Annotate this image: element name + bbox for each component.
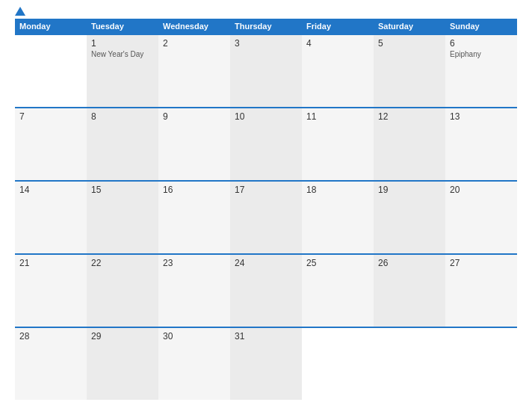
week-row-1: 1New Year's Day23456Epiphany bbox=[15, 34, 517, 107]
logo-blue-text bbox=[15, 7, 27, 16]
day-number: 12 bbox=[378, 111, 441, 122]
cal-cell-w4-d3: 23 bbox=[158, 255, 230, 327]
day-number: 1 bbox=[91, 38, 154, 49]
cal-cell-w5-d5 bbox=[302, 328, 374, 400]
calendar-header-row: MondayTuesdayWednesdayThursdayFridaySatu… bbox=[15, 19, 517, 34]
cal-cell-w4-d4: 24 bbox=[230, 255, 302, 327]
header-day-saturday: Saturday bbox=[374, 19, 445, 34]
day-number: 5 bbox=[378, 38, 441, 49]
logo-triangle-icon bbox=[15, 7, 25, 16]
cal-cell-w4-d7: 27 bbox=[445, 255, 517, 327]
week-row-4: 21222324252627 bbox=[15, 253, 517, 327]
day-number: 26 bbox=[378, 258, 441, 268]
cal-cell-w5-d1: 28 bbox=[15, 328, 87, 400]
day-number: 28 bbox=[19, 331, 82, 342]
day-number: 25 bbox=[306, 258, 369, 268]
cal-cell-w1-d1 bbox=[15, 35, 87, 107]
day-number: 9 bbox=[163, 111, 226, 122]
day-number: 19 bbox=[378, 185, 441, 195]
cal-cell-w2-d1: 7 bbox=[15, 108, 87, 180]
cal-cell-w2-d6: 12 bbox=[374, 108, 445, 180]
day-number: 2 bbox=[163, 38, 226, 49]
cal-cell-w4-d5: 25 bbox=[302, 255, 374, 327]
cal-cell-w2-d4: 10 bbox=[230, 108, 302, 180]
day-number: 15 bbox=[91, 185, 154, 195]
day-number: 17 bbox=[235, 185, 297, 195]
day-number: 6 bbox=[450, 38, 513, 49]
logo bbox=[15, 7, 27, 16]
day-number: 3 bbox=[235, 38, 297, 49]
cal-cell-w1-d2: 1New Year's Day bbox=[87, 35, 158, 107]
day-number: 31 bbox=[235, 331, 297, 342]
holiday-label: Epiphany bbox=[450, 50, 513, 58]
calendar-body: 1New Year's Day23456Epiphany789101112131… bbox=[15, 34, 517, 400]
cal-cell-w3-d4: 17 bbox=[230, 182, 302, 253]
day-number: 24 bbox=[235, 258, 297, 268]
day-number: 8 bbox=[91, 111, 154, 122]
header-day-friday: Friday bbox=[302, 19, 374, 34]
cal-cell-w4-d2: 22 bbox=[87, 255, 158, 327]
day-number: 29 bbox=[91, 331, 154, 342]
day-number: 22 bbox=[91, 258, 154, 268]
cal-cell-w2-d7: 13 bbox=[445, 108, 517, 180]
header-day-wednesday: Wednesday bbox=[158, 19, 230, 34]
cal-cell-w5-d3: 30 bbox=[158, 328, 230, 400]
holiday-label: New Year's Day bbox=[91, 50, 154, 58]
cal-cell-w2-d2: 8 bbox=[87, 108, 158, 180]
cal-cell-w1-d4: 3 bbox=[230, 35, 302, 107]
cal-cell-w4-d6: 26 bbox=[374, 255, 445, 327]
cal-cell-w1-d7: 6Epiphany bbox=[445, 35, 517, 107]
day-number: 4 bbox=[306, 38, 369, 49]
day-number: 20 bbox=[450, 185, 513, 195]
cal-cell-w4-d1: 21 bbox=[15, 255, 87, 327]
cal-cell-w3-d6: 19 bbox=[374, 182, 445, 253]
week-row-5: 28293031 bbox=[15, 327, 517, 400]
header-day-sunday: Sunday bbox=[445, 19, 517, 34]
cal-cell-w3-d3: 16 bbox=[158, 182, 230, 253]
week-row-3: 14151617181920 bbox=[15, 180, 517, 253]
header-day-thursday: Thursday bbox=[230, 19, 302, 34]
day-number: 11 bbox=[306, 111, 369, 122]
day-number: 16 bbox=[163, 185, 226, 195]
cal-cell-w2-d3: 9 bbox=[158, 108, 230, 180]
cal-cell-w3-d2: 15 bbox=[87, 182, 158, 253]
header-day-tuesday: Tuesday bbox=[87, 19, 158, 34]
cal-cell-w1-d3: 2 bbox=[158, 35, 230, 107]
day-number: 23 bbox=[163, 258, 226, 268]
day-number: 10 bbox=[235, 111, 297, 122]
day-number: 18 bbox=[306, 185, 369, 195]
cal-cell-w5-d6 bbox=[374, 328, 445, 400]
cal-cell-w3-d1: 14 bbox=[15, 182, 87, 253]
header-day-monday: Monday bbox=[15, 19, 87, 34]
cal-cell-w3-d5: 18 bbox=[302, 182, 374, 253]
cal-cell-w3-d7: 20 bbox=[445, 182, 517, 253]
calendar-page: MondayTuesdayWednesdayThursdayFridaySatu… bbox=[0, 0, 532, 411]
calendar: MondayTuesdayWednesdayThursdayFridaySatu… bbox=[15, 19, 517, 400]
day-number: 13 bbox=[450, 111, 513, 122]
cal-cell-w2-d5: 11 bbox=[302, 108, 374, 180]
day-number: 7 bbox=[19, 111, 82, 122]
week-row-2: 78910111213 bbox=[15, 107, 517, 180]
cal-cell-w1-d6: 5 bbox=[374, 35, 445, 107]
day-number: 30 bbox=[163, 331, 226, 342]
cal-cell-w5-d2: 29 bbox=[87, 328, 158, 400]
cal-cell-w1-d5: 4 bbox=[302, 35, 374, 107]
cal-cell-w5-d7 bbox=[445, 328, 517, 400]
day-number: 14 bbox=[19, 185, 82, 195]
cal-cell-w5-d4: 31 bbox=[230, 328, 302, 400]
day-number: 21 bbox=[19, 258, 82, 268]
day-number: 27 bbox=[450, 258, 513, 268]
